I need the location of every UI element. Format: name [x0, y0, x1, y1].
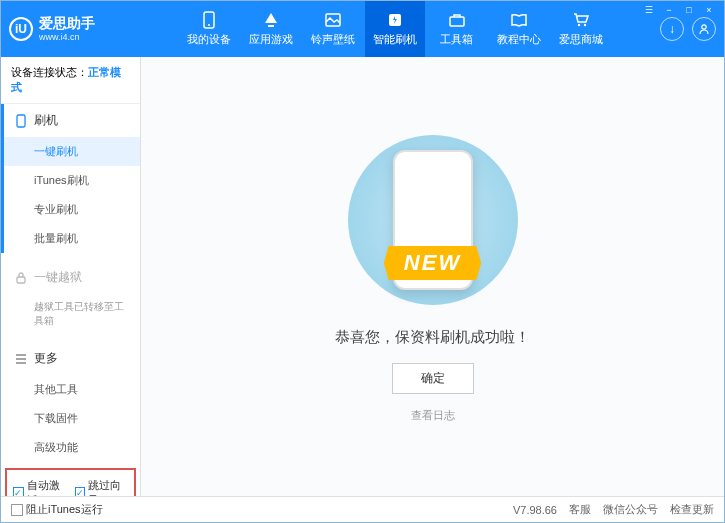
- jailbreak-note: 越狱工具已转移至工具箱: [4, 294, 140, 334]
- nav-label: 工具箱: [440, 32, 473, 47]
- toolbox-icon: [448, 11, 466, 29]
- list-icon: [14, 352, 28, 366]
- menu-flash-header[interactable]: 刷机: [4, 104, 140, 137]
- minimize-icon[interactable]: −: [662, 3, 676, 17]
- menu-batch-flash[interactable]: 批量刷机: [4, 224, 140, 253]
- maximize-icon[interactable]: □: [682, 3, 696, 17]
- menu-icon[interactable]: ☰: [642, 3, 656, 17]
- menu-advanced[interactable]: 高级功能: [4, 433, 140, 462]
- menu-more-title: 更多: [34, 350, 58, 367]
- menu-jailbreak-title: 一键越狱: [34, 269, 82, 286]
- checkbox-block-itunes[interactable]: 阻止iTunes运行: [11, 502, 103, 517]
- nav-flash[interactable]: 智能刷机: [365, 1, 425, 57]
- menu-more-header[interactable]: 更多: [4, 342, 140, 375]
- view-log-link[interactable]: 查看日志: [411, 408, 455, 423]
- nav-label: 应用游戏: [249, 32, 293, 47]
- svg-point-6: [583, 24, 585, 26]
- menu-flash-title: 刷机: [34, 112, 58, 129]
- lock-icon: [14, 271, 28, 285]
- phone-small-icon: [14, 114, 28, 128]
- nav-my-devices[interactable]: 我的设备: [179, 1, 239, 57]
- phone-icon: [200, 11, 218, 29]
- check-icon: ✓: [75, 487, 86, 496]
- nav-apps[interactable]: 应用游戏: [241, 1, 301, 57]
- svg-point-5: [577, 24, 579, 26]
- checkbox-highlight-box: ✓ 自动激活 ✓ 跳过向导: [5, 468, 136, 496]
- book-icon: [510, 11, 528, 29]
- update-link[interactable]: 检查更新: [670, 502, 714, 517]
- wechat-link[interactable]: 微信公众号: [603, 502, 658, 517]
- wallpaper-icon: [324, 11, 342, 29]
- check-icon: ✓: [13, 487, 24, 496]
- support-link[interactable]: 客服: [569, 502, 591, 517]
- app-header: ☰ − □ × iU 爱思助手 www.i4.cn 我的设备 应用游戏 铃声壁纸: [1, 1, 724, 57]
- nav-label: 教程中心: [497, 32, 541, 47]
- nav-ringtones[interactable]: 铃声壁纸: [303, 1, 363, 57]
- user-icon[interactable]: [692, 17, 716, 41]
- svg-point-1: [208, 24, 210, 26]
- nav-label: 我的设备: [187, 32, 231, 47]
- menu-other-tools[interactable]: 其他工具: [4, 375, 140, 404]
- brand: iU 爱思助手 www.i4.cn: [9, 15, 129, 43]
- checkbox-empty-icon: [11, 504, 23, 516]
- menu-pro-flash[interactable]: 专业刷机: [4, 195, 140, 224]
- nav-label: 铃声壁纸: [311, 32, 355, 47]
- download-icon[interactable]: ↓: [660, 17, 684, 41]
- sidebar: 设备连接状态：正常模式 刷机 一键刷机 iTunes刷机 专业刷机 批量刷机 一…: [1, 57, 141, 496]
- version-label: V7.98.66: [513, 504, 557, 516]
- status-footer: 阻止iTunes运行 V7.98.66 客服 微信公众号 检查更新: [1, 496, 724, 522]
- svg-rect-9: [17, 277, 25, 283]
- close-icon[interactable]: ×: [702, 3, 716, 17]
- success-message: 恭喜您，保资料刷机成功啦！: [335, 328, 530, 347]
- brand-url: www.i4.cn: [39, 32, 95, 43]
- nav-tutorials[interactable]: 教程中心: [489, 1, 549, 57]
- menu-download-firmware[interactable]: 下载固件: [4, 404, 140, 433]
- menu-itunes-flash[interactable]: iTunes刷机: [4, 166, 140, 195]
- brand-logo-icon: iU: [9, 17, 33, 41]
- menu-jailbreak-header[interactable]: 一键越狱: [4, 261, 140, 294]
- apps-icon: [262, 11, 280, 29]
- nav-toolbox[interactable]: 工具箱: [427, 1, 487, 57]
- svg-rect-4: [450, 17, 464, 26]
- cart-icon: [572, 11, 590, 29]
- main-nav: 我的设备 应用游戏 铃声壁纸 智能刷机 工具箱 教程中心: [129, 1, 660, 57]
- checkbox-auto-activate[interactable]: ✓ 自动激活: [13, 478, 67, 496]
- success-illustration: NEW: [343, 130, 523, 310]
- checkbox-skip-wizard[interactable]: ✓ 跳过向导: [75, 478, 129, 496]
- connection-status: 设备连接状态：正常模式: [1, 57, 140, 104]
- svg-point-7: [702, 25, 706, 29]
- flash-icon: [386, 11, 404, 29]
- new-ribbon: NEW: [384, 246, 481, 280]
- nav-label: 爱思商城: [559, 32, 603, 47]
- nav-store[interactable]: 爱思商城: [551, 1, 611, 57]
- confirm-button[interactable]: 确定: [392, 363, 474, 394]
- main-content: NEW 恭喜您，保资料刷机成功啦！ 确定 查看日志: [141, 57, 724, 496]
- brand-title: 爱思助手: [39, 15, 95, 32]
- nav-label: 智能刷机: [373, 32, 417, 47]
- menu-one-click-flash[interactable]: 一键刷机: [4, 137, 140, 166]
- svg-rect-8: [17, 115, 25, 127]
